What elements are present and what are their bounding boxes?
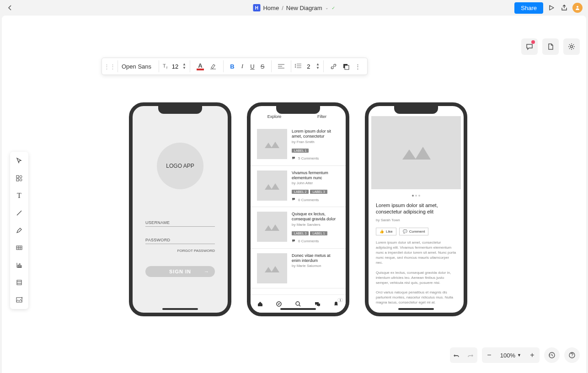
saved-indicator-icon: ✓ <box>331 5 335 11</box>
feed-label: LABEL 1 <box>310 231 327 235</box>
feed-title: Vivamus fermentum elementum nunc <box>292 171 339 181</box>
svg-rect-12 <box>21 266 21 267</box>
text-tool[interactable]: T <box>13 189 26 202</box>
svg-line-30 <box>299 305 300 306</box>
align-button[interactable] <box>275 62 287 71</box>
canvas[interactable]: T + ⋮⋮ Open Sans TT ▲▼ A B I U S <box>2 16 586 373</box>
help-button[interactable] <box>564 347 580 363</box>
zoom-out-button[interactable]: − <box>482 347 497 363</box>
font-size-input[interactable] <box>170 63 181 70</box>
breadcrumb-home[interactable]: Home <box>263 5 279 11</box>
svg-text:+: + <box>21 296 23 299</box>
dot <box>418 195 420 197</box>
feed-author: by Fran Smith <box>292 140 339 144</box>
topbar-right: Share <box>514 2 583 14</box>
nav-home-icon <box>256 300 264 308</box>
font-family-select[interactable]: Open Sans <box>118 58 159 75</box>
comment-button: 💬Comment <box>399 228 429 235</box>
frame-tool[interactable] <box>13 276 26 289</box>
svg-point-33 <box>572 357 572 357</box>
select-tool[interactable] <box>13 155 26 167</box>
feed-info: Lorem ipsum dolor sit amet, consecteturb… <box>292 129 339 161</box>
tab-filter: Filter <box>298 114 346 123</box>
phone-notch <box>394 106 438 114</box>
nav-notifications-icon: 1 <box>332 300 340 308</box>
strikethrough-button[interactable]: S <box>257 61 267 72</box>
settings-button[interactable] <box>563 38 580 55</box>
feed-comments: 5 Comments <box>292 156 339 161</box>
underline-button[interactable]: U <box>247 61 257 72</box>
line-height-stepper[interactable]: ▲▼ <box>316 63 320 70</box>
history-button[interactable] <box>544 347 560 363</box>
image-tool[interactable]: + <box>13 293 26 306</box>
nav-badge: 1 <box>337 298 343 302</box>
breadcrumb-separator: / <box>282 5 283 11</box>
share-button[interactable]: Share <box>514 2 543 14</box>
feed-label: LABEL 1 <box>292 149 309 153</box>
highlight-button[interactable] <box>207 61 219 72</box>
zoom-in-button[interactable]: + <box>525 347 540 363</box>
svg-line-5 <box>17 211 21 215</box>
feed-info: Vivamus fermentum elementum nuncby John … <box>292 171 339 202</box>
bottom-nav: 1 <box>251 294 346 313</box>
wireframe-screen-detail[interactable]: Lorem ipsum dolor sit amet, consectetur … <box>365 102 467 316</box>
nav-search-icon <box>294 300 302 308</box>
zoom-group: − 100%▼ + <box>482 347 540 363</box>
feed-thumbnail <box>257 253 287 283</box>
home-indicator <box>280 308 316 310</box>
undo-button[interactable] <box>450 347 464 363</box>
svg-rect-1 <box>16 176 19 178</box>
shapes-tool[interactable] <box>13 172 26 185</box>
line-height-input[interactable] <box>303 63 314 70</box>
fill-button[interactable] <box>340 61 352 72</box>
svg-rect-10 <box>18 265 19 267</box>
text-size-icon: TT <box>163 63 168 69</box>
feed-labels: LABEL 1 <box>292 149 339 153</box>
action-bar <box>521 38 580 55</box>
table-tool[interactable] <box>13 241 26 254</box>
feed-label: LABEL 3 <box>310 190 327 194</box>
drag-handle-icon[interactable]: ⋮⋮ <box>102 58 118 75</box>
pen-tool[interactable] <box>13 224 26 237</box>
more-options-button[interactable]: ⋮ <box>352 61 363 72</box>
feed-item: Quisque ex lectus, consequat gravida dol… <box>251 207 346 249</box>
chevron-down-icon[interactable]: ⌄ <box>325 5 329 10</box>
back-button[interactable] <box>5 3 15 12</box>
detail-actions: 👍Like 💬Comment <box>376 228 456 235</box>
username-field: USERNAME <box>145 220 215 227</box>
password-field: PASSWORD <box>145 238 215 244</box>
wireframe-phones: LOGO APP USERNAME PASSWORD FORGOT PASSWO… <box>129 102 467 316</box>
comments-button[interactable] <box>521 38 538 55</box>
italic-button[interactable]: I <box>237 61 247 72</box>
feed-labels: LABEL 3LABEL 1 <box>292 231 339 235</box>
bold-button[interactable]: B <box>227 61 237 72</box>
breadcrumb-doc-name[interactable]: New Diagram <box>286 5 322 11</box>
bottom-controls: − 100%▼ + <box>450 347 580 363</box>
font-size-stepper[interactable]: ▲▼ <box>182 63 186 70</box>
phone-notch <box>158 106 202 114</box>
feed-thumbnail <box>257 212 287 242</box>
zoom-value[interactable]: 100%▼ <box>497 352 525 359</box>
export-icon[interactable] <box>560 3 569 12</box>
feed-thumbnail <box>257 129 287 159</box>
user-avatar[interactable] <box>572 3 583 13</box>
detail-paragraph: Orci varius natoque penatibus et magnis … <box>376 290 456 305</box>
home-indicator <box>398 308 434 310</box>
feed-label: LABEL 3 <box>292 231 309 235</box>
link-button[interactable] <box>327 61 340 72</box>
redo-button[interactable] <box>464 347 477 363</box>
feed-author: by John Alter <box>292 181 339 185</box>
present-icon[interactable] <box>547 3 556 12</box>
dot-active <box>412 195 414 197</box>
line-tool[interactable] <box>13 207 26 219</box>
chart-tool[interactable] <box>13 259 26 272</box>
wireframe-screen-feed[interactable]: Explore Filter Lorem ipsum dolor sit ame… <box>247 102 349 316</box>
text-color-button[interactable]: A <box>194 60 207 72</box>
feed-thumbnail <box>257 171 287 201</box>
feed-labels: LABEL 2LABEL 3 <box>292 190 339 194</box>
logo-circle: LOGO APP <box>157 143 203 189</box>
nav-explore-icon <box>275 300 283 308</box>
pages-button[interactable] <box>542 38 559 55</box>
feed-tabs: Explore Filter <box>251 114 346 123</box>
wireframe-screen-login[interactable]: LOGO APP USERNAME PASSWORD FORGOT PASSWO… <box>129 102 231 316</box>
